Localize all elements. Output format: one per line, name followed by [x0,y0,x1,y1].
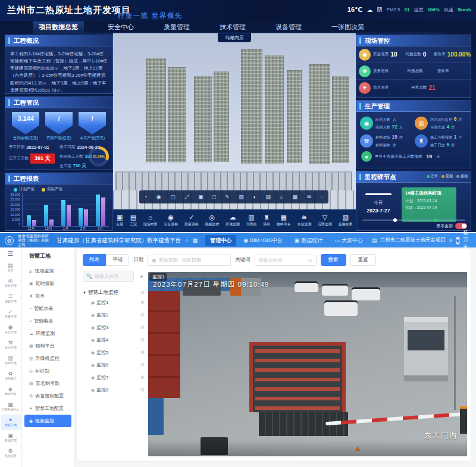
message-icon[interactable]: ✉ [307,194,312,200]
bim-tool-video-monitor[interactable]: ◎视频监控 [205,214,219,227]
tree-camera-node[interactable]: ◉监控3⚙ [83,321,145,334]
bim-tool-condition[interactable]: ▤工况 [130,214,137,227]
bim-tool-water-level[interactable]: ≋水位监测 [297,214,311,227]
building-icon[interactable]: ▥ [239,194,244,200]
grid-icon[interactable]: ▦ [293,194,298,200]
submenu-item[interactable]: ◭现场监控 [22,265,74,277]
section-icon[interactable]: ▣ [198,194,203,200]
rail-item-quality[interactable]: ✓质量管理 [1,306,21,322]
gear-icon[interactable]: ⚙ [140,325,145,330]
tree-camera-node[interactable]: ◉监控8⚙ [83,384,145,396]
keyword-input[interactable]: 请输入内容 ◷ [255,255,317,266]
apps-grid-icon[interactable]: ▦ [193,237,198,243]
bim-tool-env-monitor[interactable]: ☁环境监测 [226,214,240,227]
rail-item-settings[interactable]: ⚙系统设置 [1,446,21,461]
submenu-item[interactable]: ▦物料平台 [22,340,74,352]
video-feed[interactable]: 监控1 2023年07月27日 星期四 09:10:49 东大门内 [148,272,467,456]
reset-icon[interactable]: ◌ [321,194,324,200]
platform-tab[interactable]: ◉BIM+GIS中台 [239,235,287,246]
gear-icon[interactable]: ⚙ [140,290,145,296]
gear-icon[interactable]: ⚙ [140,387,145,393]
add-camera-button[interactable]: ＋ [138,272,145,281]
home-icon[interactable]: ⌂ [280,194,283,200]
platform-tab[interactable]: 管理中心 [205,235,236,246]
measure-icon[interactable]: ◔ [144,194,147,200]
menu-hamburger-icon[interactable]: ☰ [8,250,14,258]
nav-item[interactable]: 一张图决策 [325,21,370,33]
rail-item-cost[interactable]: ▥成本管理 [1,353,21,368]
platform-tab[interactable]: ▣数据统计 [290,235,328,246]
show-all-toggle[interactable] [455,223,467,229]
gear-icon[interactable]: ⚙ [140,312,145,318]
bim-tool-tower-crane[interactable]: ♜塔吊 [263,214,270,227]
tree-camera-node[interactable]: ◉监控5⚙ [83,346,145,359]
rail-item-tech[interactable]: ⚒技术管理 [1,337,21,353]
gear-icon[interactable]: ⚙ [140,337,145,343]
list-view-button[interactable]: 列表 [83,254,106,266]
bim-viewport[interactable]: 鸟瞰内景 ◔◉▢⤢▣□✎▥◐▤⌂▦✉◌ ▣全景▤工况⌂现场布置◉安全巡检✓质量巡… [113,33,356,232]
project-selector[interactable]: 兰州市二热原址土地开发项目 [380,237,446,244]
nav-item[interactable]: 技术管理 [214,21,252,33]
annotate-icon[interactable]: ✎ [225,194,230,200]
tree-search-input[interactable]: 🔍 请输入内容 [83,271,134,282]
rail-item-home[interactable]: ▤首页 [1,260,21,275]
nav-item[interactable]: 质量管理 [158,21,196,33]
milestone-timeline[interactable] [362,220,465,221]
rail-item-data-center[interactable]: ▦工程数据中心 [1,399,21,415]
tile-view-button[interactable]: 平铺 [106,254,129,266]
bim-tool-material-platform[interactable]: ▦物料平台 [277,214,291,227]
submenu-item[interactable]: ☁环境监测 [22,327,74,340]
milestone-card[interactable]: 1#楼主体结构封顶 计划：2023-07-14 实际：2023-07-14 [402,187,456,222]
bim-tool-live-effect[interactable]: ▧直播效果 [339,214,353,227]
avatar[interactable]: ◉ [456,237,461,245]
nav-item[interactable]: 设备管理 [270,21,308,33]
bim-tool-settlement[interactable]: ▽沉降监测 [318,214,332,227]
date-range-input[interactable]: ▣ 开始日期 - 结束日期 [148,255,231,266]
tree-root-node[interactable]: ▼ 智慧工地监控 ⚙ [83,289,145,296]
layers-icon[interactable]: ▢ [170,194,176,200]
tree-camera-node[interactable]: ◉监控7⚙ [83,371,145,384]
gear-icon[interactable]: ⚙ [140,375,145,380]
submenu-item[interactable]: ⚙设备授权配置 [22,390,74,402]
box-icon[interactable]: □ [212,194,215,200]
bim-tool-site-layout[interactable]: ⌂现场布置 [143,214,158,227]
gear-icon[interactable]: ⚙ [140,300,145,305]
tree-camera-node[interactable]: ◉监控1⚙ [83,296,145,309]
rail-item-data[interactable]: ▣数据管理 [1,430,21,446]
gear-icon[interactable]: ⚙ [140,350,145,355]
platform-tab[interactable]: ▭大屏中心 [330,235,368,246]
bim-tool-hoist[interactable]: ▥升降机 [246,214,257,227]
rail-item-safety[interactable]: ◉安全管理 [1,322,21,337]
nav-item[interactable]: 安全中心 [102,21,140,33]
bim-tool-panorama[interactable]: ▣全景 [116,214,123,227]
fullscreen-icon[interactable]: ⤢ [184,194,189,200]
home-icon[interactable]: ⌂ [185,237,188,243]
rail-item-schedule[interactable]: ☰进度管理 [1,291,21,306]
view-icon[interactable]: ◉ [156,194,161,200]
chevron-down-icon[interactable]: ∨ [449,237,453,243]
rail-item-green[interactable]: ♻绿色施工 [1,368,21,384]
stack-icon[interactable]: ▤ [265,194,271,200]
submenu-item[interactable]: ◉视频监控 [24,415,71,427]
reset-button[interactable]: 重置 [350,254,376,266]
submenu-item[interactable]: ▥升降机监控 [22,352,74,365]
tree-camera-node[interactable]: ◉监控2⚙ [83,309,145,321]
nav-item[interactable]: 项目数据总览 [33,21,84,33]
submenu-item[interactable]: ♜塔吊 [22,290,74,302]
submenu-item[interactable]: ◔智能水表 [22,302,74,315]
submenu-item[interactable]: ▣延时摄影 [22,277,74,290]
shadow-icon[interactable]: ◐ [253,194,256,200]
submenu-item[interactable]: ▤实名制考勤 [22,377,74,390]
tree-camera-node[interactable]: ◉监控6⚙ [83,359,145,371]
submenu-item[interactable]: ◎AI识别 [22,365,74,377]
tree-camera-node[interactable]: ◉监控4⚙ [83,334,145,346]
view-mode-tab[interactable]: 鸟瞰内景 [218,33,251,42]
search-button[interactable]: 搜索 [321,254,346,266]
rail-item-bim[interactable]: ◈BIM管理 [1,384,21,399]
rail-item-project[interactable]: ◎项目管理 [1,275,21,291]
submenu-item[interactable]: ◑智能电表 [22,315,74,327]
rail-item-smart-site[interactable]: ✦智慧工地 [1,415,21,430]
gear-icon[interactable]: ⚙ [140,362,145,368]
bim-tool-safety-patrol[interactable]: ◉安全巡检 [164,214,178,227]
submenu-item[interactable]: ✦智慧工地配置 [22,402,74,415]
